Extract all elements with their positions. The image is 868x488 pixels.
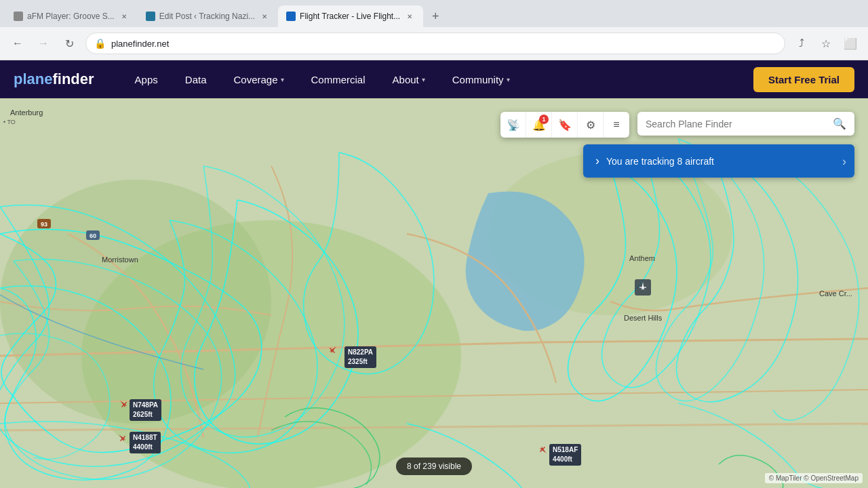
nav-coverage-label: Coverage — [233, 74, 277, 85]
tab-2-close[interactable]: ✕ — [259, 11, 270, 22]
search-bar: 🔍 — [637, 112, 854, 136]
tracking-text: You are tracking 8 aircraft — [606, 156, 714, 167]
tab-1-favicon — [14, 12, 23, 21]
reload-button[interactable]: ↻ — [60, 34, 79, 53]
map-container[interactable]: 60 93 Anterburg • TO Morristown Anthem D… — [0, 98, 868, 488]
start-free-button[interactable]: Start Free Trial — [753, 67, 854, 92]
settings-icon[interactable]: ⚙ — [578, 112, 604, 138]
flight-label-n748pa[interactable]: N748PA 2625ft — [130, 399, 161, 421]
map-label-cavecreek: Cave Cr... — [819, 289, 852, 298]
app-logo: planefinder — [14, 70, 94, 88]
nav-data-label: Data — [185, 74, 207, 85]
tab-2-favicon — [146, 12, 155, 21]
app-header: planefinder Apps Data Coverage ▾ Commerc… — [0, 60, 868, 98]
browser-chrome: aFM Player: Groove S... ✕ Edit Post ‹ Tr… — [0, 0, 868, 60]
tab-1[interactable]: aFM Player: Groove S... ✕ — [5, 5, 138, 27]
flight-label-n822pa[interactable]: N822PA 2325ft — [344, 346, 376, 368]
notification-badge: 1 — [539, 115, 549, 124]
nav-community-label: Community — [452, 74, 504, 85]
map-label-city1: Anterburg — [10, 108, 43, 117]
tab-1-title: aFM Player: Groove S... — [27, 12, 115, 21]
bookmark-button[interactable]: ☆ — [816, 34, 835, 53]
nav-commercial-label: Commercial — [311, 74, 366, 85]
nav-item-coverage[interactable]: Coverage ▾ — [220, 60, 297, 98]
map-label-morristown: Morristown — [102, 256, 138, 264]
nav-item-about[interactable]: About ▾ — [379, 60, 439, 98]
menu-icon[interactable]: ≡ — [604, 112, 629, 138]
flight-alt-n518af: 4400ft — [553, 455, 578, 464]
flight-alt-n748pa: 2625ft — [133, 410, 158, 420]
extensions-button[interactable]: ⬜ — [841, 34, 860, 53]
new-tab-button[interactable]: + — [426, 7, 445, 26]
share-button[interactable]: ⤴ — [792, 34, 811, 53]
status-bar: 8 of 239 visible — [396, 458, 472, 475]
tracking-more-icon: › — [842, 154, 846, 168]
tab-3-favicon — [286, 12, 296, 21]
tab-bar: aFM Player: Groove S... ✕ Edit Post ‹ Tr… — [0, 0, 868, 27]
flight-label-n518af[interactable]: N518AF 4400ft — [549, 444, 581, 466]
map-tool-icons: 📡 🔔 1 🔖 ⚙ ≡ — [500, 112, 629, 138]
flight-alt-n822pa: 2325ft — [348, 357, 373, 367]
svg-point-2 — [0, 180, 271, 424]
tab-3-title: Flight Tracker - Live Flight... — [300, 12, 400, 21]
address-bar: ← → ↻ 🔒 planefinder.net ⤴ ☆ ⬜ — [0, 27, 868, 60]
tab-2[interactable]: Edit Post ‹ Tracking Nazi... ✕ — [138, 5, 278, 27]
status-text: 8 of 239 visible — [407, 462, 461, 471]
map-label-deserthills: Desert Hills — [624, 314, 662, 322]
notification-icon[interactable]: 🔔 1 — [526, 112, 552, 138]
map-label-anthem: Anthem — [629, 254, 655, 262]
flight-callsign-n4188t: N4188T — [133, 433, 157, 443]
forward-button[interactable]: → — [34, 34, 53, 53]
bookmarks-icon[interactable]: 🔖 — [552, 112, 578, 138]
lock-icon: 🔒 — [94, 38, 106, 49]
tab-2-title: Edit Post ‹ Tracking Nazi... — [159, 12, 255, 21]
nav-item-community[interactable]: Community ▾ — [439, 60, 524, 98]
tab-3[interactable]: Flight Tracker - Live Flight... ✕ — [278, 5, 423, 27]
tab-3-close[interactable]: ✕ — [404, 11, 415, 22]
flight-label-n4188t[interactable]: N4188T 4400ft — [130, 432, 161, 453]
main-nav: Apps Data Coverage ▾ Commercial About ▾ … — [121, 60, 753, 98]
svg-text:60: 60 — [90, 232, 96, 239]
svg-text:93: 93 — [41, 221, 47, 228]
nav-item-commercial[interactable]: Commercial — [298, 60, 379, 98]
nav-item-apps[interactable]: Apps — [121, 60, 172, 98]
url-bar[interactable]: 🔒 planefinder.net — [85, 33, 785, 54]
flight-callsign-n822pa: N822PA — [348, 348, 373, 357]
back-button[interactable]: ← — [8, 34, 27, 53]
search-overlay: 🔍 — [637, 112, 854, 136]
nav-about-label: About — [393, 74, 419, 85]
flight-callsign-n518af: N518AF — [553, 445, 578, 455]
tab-1-close[interactable]: ✕ — [119, 11, 130, 22]
tracking-banner[interactable]: › You are tracking 8 aircraft › — [583, 144, 854, 178]
flight-alt-n4188t: 4400ft — [133, 443, 157, 452]
radar-icon[interactable]: 📡 — [500, 112, 526, 138]
nav-item-data[interactable]: Data — [172, 60, 220, 98]
coverage-chevron-icon: ▾ — [281, 76, 284, 83]
search-input[interactable] — [646, 119, 827, 129]
tracking-expand-icon: › — [595, 154, 599, 168]
map-copyright: © MapTiler © OpenStreetMap — [765, 473, 863, 483]
nav-apps-label: Apps — [135, 74, 158, 85]
community-chevron-icon: ▾ — [507, 76, 510, 83]
browser-actions: ⤴ ☆ ⬜ — [792, 34, 860, 53]
flight-callsign-n748pa: N748PA — [133, 401, 158, 410]
about-chevron-icon: ▾ — [422, 76, 425, 83]
url-text: planefinder.net — [111, 39, 776, 49]
map-label-sub1: • TO — [3, 119, 16, 125]
search-icon[interactable]: 🔍 — [833, 117, 846, 130]
